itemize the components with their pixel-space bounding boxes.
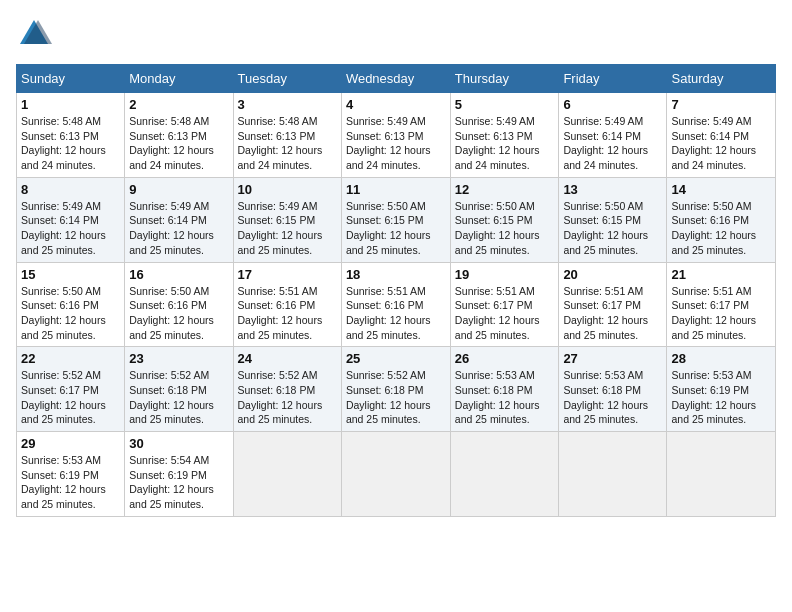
calendar-cell: 2Sunrise: 5:48 AM Sunset: 6:13 PM Daylig…: [125, 93, 233, 178]
calendar-cell: 7Sunrise: 5:49 AM Sunset: 6:14 PM Daylig…: [667, 93, 776, 178]
day-info: Sunrise: 5:51 AM Sunset: 6:17 PM Dayligh…: [671, 284, 771, 343]
day-number: 9: [129, 182, 228, 197]
calendar-cell: [667, 432, 776, 517]
day-number: 27: [563, 351, 662, 366]
calendar-cell: 23Sunrise: 5:52 AM Sunset: 6:18 PM Dayli…: [125, 347, 233, 432]
calendar-cell: 19Sunrise: 5:51 AM Sunset: 6:17 PM Dayli…: [450, 262, 559, 347]
day-number: 16: [129, 267, 228, 282]
day-number: 11: [346, 182, 446, 197]
calendar-cell: 17Sunrise: 5:51 AM Sunset: 6:16 PM Dayli…: [233, 262, 341, 347]
day-info: Sunrise: 5:53 AM Sunset: 6:18 PM Dayligh…: [455, 368, 555, 427]
day-number: 15: [21, 267, 120, 282]
day-number: 1: [21, 97, 120, 112]
day-info: Sunrise: 5:54 AM Sunset: 6:19 PM Dayligh…: [129, 453, 228, 512]
calendar-cell: 14Sunrise: 5:50 AM Sunset: 6:16 PM Dayli…: [667, 177, 776, 262]
calendar-cell: 29Sunrise: 5:53 AM Sunset: 6:19 PM Dayli…: [17, 432, 125, 517]
weekday-header-wednesday: Wednesday: [341, 65, 450, 93]
day-info: Sunrise: 5:48 AM Sunset: 6:13 PM Dayligh…: [129, 114, 228, 173]
day-info: Sunrise: 5:50 AM Sunset: 6:15 PM Dayligh…: [563, 199, 662, 258]
calendar-cell: 6Sunrise: 5:49 AM Sunset: 6:14 PM Daylig…: [559, 93, 667, 178]
day-info: Sunrise: 5:49 AM Sunset: 6:14 PM Dayligh…: [671, 114, 771, 173]
calendar-cell: 22Sunrise: 5:52 AM Sunset: 6:17 PM Dayli…: [17, 347, 125, 432]
calendar-cell: 21Sunrise: 5:51 AM Sunset: 6:17 PM Dayli…: [667, 262, 776, 347]
calendar-cell: 16Sunrise: 5:50 AM Sunset: 6:16 PM Dayli…: [125, 262, 233, 347]
calendar-cell: 8Sunrise: 5:49 AM Sunset: 6:14 PM Daylig…: [17, 177, 125, 262]
calendar-cell: 1Sunrise: 5:48 AM Sunset: 6:13 PM Daylig…: [17, 93, 125, 178]
day-info: Sunrise: 5:50 AM Sunset: 6:16 PM Dayligh…: [671, 199, 771, 258]
calendar-cell: 15Sunrise: 5:50 AM Sunset: 6:16 PM Dayli…: [17, 262, 125, 347]
day-info: Sunrise: 5:49 AM Sunset: 6:15 PM Dayligh…: [238, 199, 337, 258]
calendar-cell: 27Sunrise: 5:53 AM Sunset: 6:18 PM Dayli…: [559, 347, 667, 432]
calendar-week-row: 1Sunrise: 5:48 AM Sunset: 6:13 PM Daylig…: [17, 93, 776, 178]
day-number: 24: [238, 351, 337, 366]
calendar-cell: 4Sunrise: 5:49 AM Sunset: 6:13 PM Daylig…: [341, 93, 450, 178]
weekday-header-saturday: Saturday: [667, 65, 776, 93]
day-info: Sunrise: 5:51 AM Sunset: 6:16 PM Dayligh…: [238, 284, 337, 343]
day-number: 21: [671, 267, 771, 282]
calendar-cell: 20Sunrise: 5:51 AM Sunset: 6:17 PM Dayli…: [559, 262, 667, 347]
calendar-cell: 10Sunrise: 5:49 AM Sunset: 6:15 PM Dayli…: [233, 177, 341, 262]
calendar-cell: 25Sunrise: 5:52 AM Sunset: 6:18 PM Dayli…: [341, 347, 450, 432]
day-info: Sunrise: 5:52 AM Sunset: 6:17 PM Dayligh…: [21, 368, 120, 427]
page-header: [16, 16, 776, 52]
calendar-cell: 9Sunrise: 5:49 AM Sunset: 6:14 PM Daylig…: [125, 177, 233, 262]
calendar-cell: 12Sunrise: 5:50 AM Sunset: 6:15 PM Dayli…: [450, 177, 559, 262]
day-number: 12: [455, 182, 555, 197]
day-info: Sunrise: 5:52 AM Sunset: 6:18 PM Dayligh…: [238, 368, 337, 427]
day-info: Sunrise: 5:49 AM Sunset: 6:13 PM Dayligh…: [346, 114, 446, 173]
day-number: 2: [129, 97, 228, 112]
day-number: 14: [671, 182, 771, 197]
day-number: 3: [238, 97, 337, 112]
calendar-cell: [559, 432, 667, 517]
day-info: Sunrise: 5:53 AM Sunset: 6:19 PM Dayligh…: [671, 368, 771, 427]
calendar-cell: 30Sunrise: 5:54 AM Sunset: 6:19 PM Dayli…: [125, 432, 233, 517]
weekday-header-sunday: Sunday: [17, 65, 125, 93]
day-info: Sunrise: 5:52 AM Sunset: 6:18 PM Dayligh…: [346, 368, 446, 427]
calendar-week-row: 22Sunrise: 5:52 AM Sunset: 6:17 PM Dayli…: [17, 347, 776, 432]
calendar-cell: 3Sunrise: 5:48 AM Sunset: 6:13 PM Daylig…: [233, 93, 341, 178]
weekday-header-thursday: Thursday: [450, 65, 559, 93]
calendar-cell: 18Sunrise: 5:51 AM Sunset: 6:16 PM Dayli…: [341, 262, 450, 347]
calendar-cell: 13Sunrise: 5:50 AM Sunset: 6:15 PM Dayli…: [559, 177, 667, 262]
calendar-cell: [233, 432, 341, 517]
day-number: 20: [563, 267, 662, 282]
day-info: Sunrise: 5:53 AM Sunset: 6:18 PM Dayligh…: [563, 368, 662, 427]
weekday-header-tuesday: Tuesday: [233, 65, 341, 93]
calendar-week-row: 8Sunrise: 5:49 AM Sunset: 6:14 PM Daylig…: [17, 177, 776, 262]
calendar-cell: 28Sunrise: 5:53 AM Sunset: 6:19 PM Dayli…: [667, 347, 776, 432]
calendar-cell: [450, 432, 559, 517]
day-info: Sunrise: 5:49 AM Sunset: 6:14 PM Dayligh…: [563, 114, 662, 173]
calendar-table: SundayMondayTuesdayWednesdayThursdayFrid…: [16, 64, 776, 517]
day-number: 22: [21, 351, 120, 366]
calendar-cell: 5Sunrise: 5:49 AM Sunset: 6:13 PM Daylig…: [450, 93, 559, 178]
logo-icon: [16, 16, 52, 52]
day-number: 19: [455, 267, 555, 282]
calendar-cell: 24Sunrise: 5:52 AM Sunset: 6:18 PM Dayli…: [233, 347, 341, 432]
logo: [16, 16, 58, 52]
day-info: Sunrise: 5:49 AM Sunset: 6:14 PM Dayligh…: [129, 199, 228, 258]
day-number: 10: [238, 182, 337, 197]
day-number: 5: [455, 97, 555, 112]
day-number: 25: [346, 351, 446, 366]
day-info: Sunrise: 5:48 AM Sunset: 6:13 PM Dayligh…: [21, 114, 120, 173]
calendar-cell: 26Sunrise: 5:53 AM Sunset: 6:18 PM Dayli…: [450, 347, 559, 432]
day-number: 29: [21, 436, 120, 451]
day-number: 17: [238, 267, 337, 282]
day-number: 6: [563, 97, 662, 112]
day-info: Sunrise: 5:50 AM Sunset: 6:15 PM Dayligh…: [346, 199, 446, 258]
weekday-header-monday: Monday: [125, 65, 233, 93]
day-info: Sunrise: 5:50 AM Sunset: 6:16 PM Dayligh…: [129, 284, 228, 343]
day-info: Sunrise: 5:51 AM Sunset: 6:16 PM Dayligh…: [346, 284, 446, 343]
day-info: Sunrise: 5:53 AM Sunset: 6:19 PM Dayligh…: [21, 453, 120, 512]
day-info: Sunrise: 5:49 AM Sunset: 6:14 PM Dayligh…: [21, 199, 120, 258]
day-number: 18: [346, 267, 446, 282]
calendar-week-row: 15Sunrise: 5:50 AM Sunset: 6:16 PM Dayli…: [17, 262, 776, 347]
calendar-cell: [341, 432, 450, 517]
day-number: 7: [671, 97, 771, 112]
calendar-week-row: 29Sunrise: 5:53 AM Sunset: 6:19 PM Dayli…: [17, 432, 776, 517]
calendar-header-row: SundayMondayTuesdayWednesdayThursdayFrid…: [17, 65, 776, 93]
day-info: Sunrise: 5:50 AM Sunset: 6:15 PM Dayligh…: [455, 199, 555, 258]
day-number: 8: [21, 182, 120, 197]
day-info: Sunrise: 5:51 AM Sunset: 6:17 PM Dayligh…: [455, 284, 555, 343]
weekday-header-friday: Friday: [559, 65, 667, 93]
